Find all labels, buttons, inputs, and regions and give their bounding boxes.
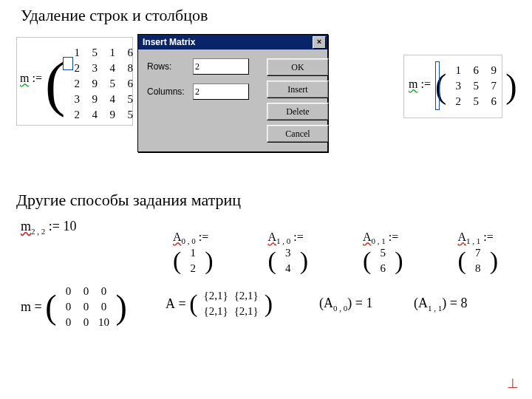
matrix-cell: 2 [449, 94, 467, 109]
matrix-cell: 3 [68, 92, 86, 107]
expr-A11: (A1 , 1) = 8 [414, 296, 467, 313]
matrix-cell: 5 [86, 45, 103, 61]
matrix-cell: 4 [86, 107, 103, 123]
a-vector: A0 , 0 := (12) [173, 231, 248, 276]
matrix-cell: 0 [78, 284, 95, 299]
matrix-cell: 6 [485, 94, 502, 109]
matrix-cell: 2 [68, 107, 86, 123]
footer-mark: ⊥ [507, 375, 519, 392]
a-vectors-row: A0 , 0 := (12)A1 , 0 := (34)A0 , 1 := (5… [173, 231, 532, 276]
expr-A-block: A = ({2,1}{2,1}{2,1}{2,1}) [166, 288, 273, 319]
matrix-cell: 10 [95, 315, 113, 330]
insert-matrix-dialog: Insert Matrix × Rows: Columns: OK Insert… [137, 34, 328, 152]
expr-m-eval: m = (0000000010) [21, 284, 127, 330]
matrix-m-label-after: m := [409, 78, 431, 91]
matrix-cell: 9 [86, 76, 103, 92]
matrix-cell: 0 [60, 284, 78, 299]
heading-1: Удаление строк и столбцов [21, 6, 208, 25]
matrix-cell: 0 [95, 299, 113, 315]
rows-label: Rows: [147, 61, 193, 72]
expr-m22: m2 , 2 := 10 [21, 219, 76, 236]
matrix-cell: 4 [103, 92, 121, 107]
matrix-cell: 9 [485, 63, 502, 78]
matrix-cell: 1 [449, 63, 467, 78]
expr-A00: (A0 , 0) = 1 [319, 296, 372, 313]
matrix-cell: 5 [103, 76, 121, 92]
matrix-cell: {2,1} [200, 288, 231, 304]
matrix-cell: {2,1} [231, 304, 262, 319]
matrix-cell: 0 [78, 315, 95, 330]
close-icon[interactable]: × [313, 36, 326, 49]
matrix-cell: 2 [68, 76, 86, 92]
ok-button[interactable]: OK [267, 58, 329, 76]
heading-2: Другие способы задания матриц [16, 191, 241, 210]
delete-button[interactable]: Delete [267, 103, 329, 120]
matrix-cell: 7 [485, 78, 502, 94]
cursor-bar [435, 61, 440, 110]
matrix-cell: 5 [467, 78, 485, 94]
matrix-m-label: m := [20, 72, 42, 85]
matrix-cell: {2,1} [200, 304, 231, 319]
matrix-cell: 4 [103, 61, 121, 76]
matrix-cell: 6 [467, 63, 485, 78]
matrix-cell: 3 [86, 61, 103, 76]
matrix-cell: 0 [60, 299, 78, 315]
matrix-cell: 5 [121, 92, 139, 107]
dialog-title: Insert Matrix [140, 37, 195, 47]
matrix-after: ( 169357256 ) [435, 63, 517, 109]
rows-input[interactable] [193, 58, 249, 75]
matrix-cell: 5 [121, 107, 139, 123]
matrix-cell: 6 [121, 45, 139, 61]
matrix-cell: 6 [121, 76, 139, 92]
cols-input[interactable] [193, 83, 249, 100]
matrix-cell: 8 [121, 61, 139, 76]
a-vector: A1 , 1 := (78) [458, 231, 533, 276]
insert-button[interactable]: Insert [267, 81, 329, 98]
cancel-button[interactable]: Cancel [267, 125, 329, 143]
matrix-cell: {2,1} [231, 288, 262, 304]
matrix-cell: 0 [60, 315, 78, 330]
matrix-cell: 5 [467, 94, 485, 109]
matrix-cell: 3 [449, 78, 467, 94]
matrix-cell: 0 [95, 284, 113, 299]
selection-marker [63, 57, 73, 70]
matrix-before-box: m := ( 1516923483295673945724956 ) [16, 37, 133, 126]
cols-label: Columns: [147, 86, 193, 97]
dialog-titlebar: Insert Matrix × [138, 35, 327, 50]
a-vector: A0 , 1 := (56) [363, 231, 437, 276]
matrix-cell: 0 [78, 299, 95, 315]
matrix-cell: 9 [103, 107, 121, 123]
matrix-cell: 9 [86, 92, 103, 107]
a-vector: A1 , 0 := (34) [268, 231, 343, 276]
matrix-cell: 1 [103, 45, 121, 61]
matrix-after-box: m := ( 169357256 ) [403, 55, 502, 118]
